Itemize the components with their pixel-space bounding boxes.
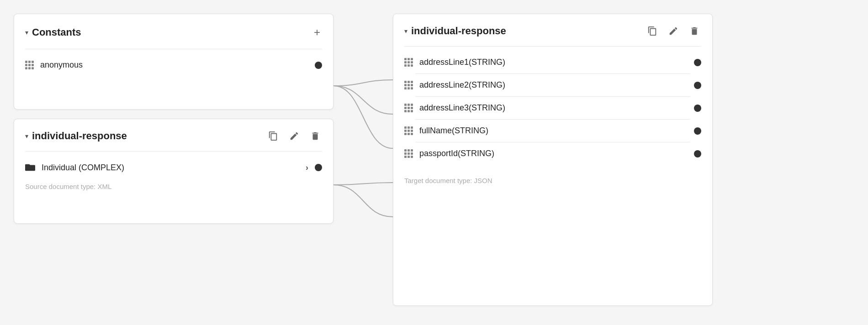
addressline2-dot[interactable] (694, 82, 701, 89)
target-title: individual-response (411, 25, 646, 37)
individual-response-left-card: ▾ individual-response (14, 119, 333, 224)
constants-chevron-icon[interactable]: ▾ (25, 29, 28, 36)
plus-icon: + (314, 26, 320, 39)
individual-left-title: individual-response (32, 130, 266, 142)
target-chevron-icon[interactable]: ▾ (404, 27, 408, 35)
edit-icon (289, 131, 299, 141)
addressline1-label: addressLine1(STRING) (419, 58, 688, 67)
edit-button[interactable] (287, 129, 301, 143)
target-edit-icon (668, 26, 678, 36)
source-document-label: Source document type: XML (25, 179, 322, 195)
target-edit-button[interactable] (667, 24, 680, 38)
anonymous-dot[interactable] (315, 62, 322, 69)
target-card-header: ▾ individual-response (393, 14, 712, 46)
grid-icon-addressline1 (404, 58, 413, 67)
target-clipboard-icon (647, 26, 657, 36)
addressline3-label: addressLine3(STRING) (419, 103, 688, 113)
constants-add-button[interactable]: + (312, 24, 322, 41)
target-row-addressline2: addressLine2(STRING) (404, 74, 701, 96)
addressline3-dot[interactable] (694, 105, 701, 112)
constant-row-anonymous: anonymous (25, 54, 322, 76)
individual-left-body: Individual (COMPLEX) › Source document t… (14, 152, 333, 203)
target-clipboard-button[interactable] (646, 24, 659, 38)
individual-expand-icon[interactable]: › (306, 163, 308, 173)
addressline1-dot[interactable] (694, 59, 701, 66)
individual-left-chevron-icon[interactable]: ▾ (25, 132, 28, 140)
addressline2-label: addressLine2(STRING) (419, 80, 688, 90)
individual-card-header: ▾ individual-response (14, 119, 333, 151)
target-card-body: addressLine1(STRING) addressLine2(STRING… (393, 47, 712, 197)
clipboard-icon (268, 131, 278, 141)
anonymous-label: anonymous (40, 60, 308, 70)
grid-icon-fullname (404, 126, 413, 135)
individual-complex-dot[interactable] (315, 164, 322, 171)
target-card: ▾ individual-response (393, 14, 713, 306)
target-row-addressline3: addressLine3(STRING) (404, 97, 701, 119)
passportid-dot[interactable] (694, 150, 701, 157)
individual-complex-row: Individual (COMPLEX) › (25, 156, 322, 179)
target-row-fullname: fullName(STRING) (404, 120, 701, 142)
grid-icon-addressline3 (404, 104, 413, 112)
constants-title: Constants (32, 26, 312, 38)
folder-icon (25, 162, 35, 173)
constants-body: anonymous (14, 49, 333, 84)
grid-icon-passportid (404, 149, 413, 158)
target-trash-icon (689, 26, 699, 36)
trash-icon (310, 131, 320, 141)
target-delete-button[interactable] (688, 24, 701, 38)
clipboard-button[interactable] (266, 129, 280, 143)
delete-button[interactable] (308, 129, 322, 143)
target-row-addressline1: addressLine1(STRING) (404, 51, 701, 73)
fullname-label: fullName(STRING) (419, 126, 688, 136)
constants-card-header: ▾ Constants + (14, 14, 333, 49)
fullname-dot[interactable] (694, 127, 701, 135)
passportid-label: passportId(STRING) (419, 149, 688, 158)
grid-icon-addressline2 (404, 81, 413, 89)
individual-complex-label: Individual (COMPLEX) (42, 163, 299, 173)
target-document-label: Target document type: JSON (404, 173, 701, 189)
constants-card: ▾ Constants + anonymous (14, 14, 333, 110)
grid-icon-anonymous (25, 61, 34, 69)
target-row-passportid: passportId(STRING) (404, 142, 701, 165)
